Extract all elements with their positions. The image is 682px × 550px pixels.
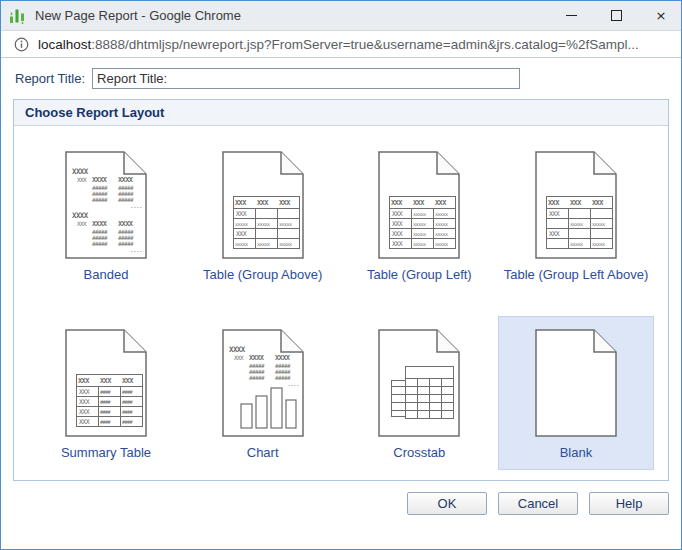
- svg-text:####: ####: [122, 409, 134, 415]
- svg-text:XXX: XXX: [100, 377, 112, 385]
- svg-text:XXX: XXX: [392, 230, 403, 238]
- svg-text:XXX: XXX: [592, 199, 604, 207]
- svg-text:XXX: XXX: [570, 199, 582, 207]
- banded-layout-icon: XXXXXXXXXXXXXXX#########################…: [58, 148, 154, 262]
- svg-text:XXX: XXX: [234, 354, 244, 361]
- svg-text:XXX: XXX: [392, 240, 403, 248]
- svg-text:XXXX: XXXX: [118, 176, 134, 184]
- url-path: :8888/dhtmljsp/newreport.jsp?FromServer=…: [91, 37, 638, 52]
- svg-text:####: ####: [100, 399, 112, 405]
- svg-text:#####: #####: [92, 240, 108, 247]
- svg-text:xxxxx: xxxxx: [235, 241, 248, 247]
- svg-text:XXX: XXX: [77, 176, 87, 183]
- panel-title: Choose Report Layout: [14, 100, 668, 126]
- help-button[interactable]: Help: [589, 492, 669, 515]
- svg-text:XXX: XXX: [79, 388, 90, 396]
- blank-layout-icon: [528, 326, 624, 440]
- layout-option-label: Banded: [84, 267, 129, 282]
- layout-option-label: Chart: [247, 445, 279, 460]
- cancel-button[interactable]: Cancel: [498, 492, 578, 515]
- table-group-left-layout-icon: XXXXXXXXXXXXxxxxxxxxxxXXXxxxxxxxxxxXXXxx…: [371, 148, 467, 262]
- svg-text:XXX: XXX: [235, 199, 247, 207]
- layout-option-blank[interactable]: Blank: [498, 316, 654, 470]
- table-group-above-layout-icon: XXXXXXXXXXXXxxxxxxxxxxxxxxxXXXxxxxxxxxxx…: [215, 148, 311, 262]
- svg-text:XXXX: XXXX: [118, 220, 134, 228]
- chart-layout-icon: XXXXXXXXXXXXXXX#########################…: [215, 326, 311, 440]
- info-icon[interactable]: [14, 37, 29, 52]
- svg-text:....: ....: [130, 246, 142, 253]
- svg-text:#####: #####: [92, 196, 108, 203]
- layout-option-crosstab[interactable]: Crosstab: [341, 316, 497, 470]
- layout-option-chart[interactable]: XXXXXXXXXXXXXXX#########################…: [185, 316, 341, 470]
- chrome-popup-window: New Page Report - Google Chrome × localh…: [0, 0, 682, 550]
- svg-text:xxxxx: xxxxx: [413, 231, 426, 237]
- report-title-row: Report Title:: [15, 67, 667, 89]
- layout-option-label: Blank: [560, 445, 593, 460]
- svg-text:xxxxx: xxxxx: [279, 241, 292, 247]
- svg-text:XXX: XXX: [77, 220, 87, 227]
- svg-text:XXX: XXX: [548, 199, 560, 207]
- svg-text:xxxxx: xxxxx: [413, 221, 426, 227]
- choose-layout-panel: Choose Report Layout XXXXXXXXXXXXXXX####…: [13, 99, 669, 481]
- layout-option-label: Table (Group Left Above): [504, 267, 649, 282]
- svg-text:#####: #####: [249, 374, 265, 381]
- svg-text:xxxxx: xxxxx: [570, 241, 583, 247]
- svg-text:xxxxx: xxxxx: [435, 241, 448, 247]
- layout-option-table-group-above[interactable]: XXXXXXXXXXXXxxxxxxxxxxxxxxxXXXxxxxxxxxxx…: [185, 138, 341, 292]
- url-host: localhost: [38, 37, 91, 52]
- svg-text:XXX: XXX: [392, 220, 403, 228]
- ok-button[interactable]: OK: [407, 492, 487, 515]
- svg-text:XXX: XXX: [79, 408, 90, 416]
- svg-text:xxxxx: xxxxx: [279, 221, 292, 227]
- svg-text:XXX: XXX: [392, 210, 403, 218]
- svg-text:XXX: XXX: [122, 377, 134, 385]
- svg-text:####: ####: [122, 399, 134, 405]
- maximize-icon[interactable]: [609, 9, 623, 23]
- svg-text:XXX: XXX: [236, 230, 247, 238]
- svg-text:xxxxx: xxxxx: [570, 221, 583, 227]
- svg-text:####: ####: [100, 419, 112, 425]
- svg-text:XXX: XXX: [79, 418, 90, 426]
- report-title-label: Report Title:: [15, 71, 85, 86]
- layout-option-label: Summary Table: [61, 445, 151, 460]
- svg-text:XXX: XXX: [279, 199, 291, 207]
- layout-option-banded[interactable]: XXXXXXXXXXXXXXX#########################…: [28, 138, 184, 292]
- svg-text:....: ....: [130, 202, 142, 209]
- svg-text:xxxxx: xxxxx: [257, 221, 270, 227]
- layout-option-summary-table[interactable]: XXXXXXXXXXXX########XXX########XXX######…: [28, 316, 184, 470]
- svg-text:xxxxx: xxxxx: [592, 241, 605, 247]
- svg-text:XXXX: XXXX: [249, 354, 265, 362]
- close-icon[interactable]: ×: [654, 9, 668, 23]
- svg-text:XXXX: XXXX: [72, 167, 89, 176]
- svg-text:XXXX: XXXX: [229, 345, 246, 354]
- svg-text:xxxxx: xxxxx: [235, 221, 248, 227]
- window-title: New Page Report - Google Chrome: [35, 8, 564, 23]
- svg-text:XXX: XXX: [391, 199, 403, 207]
- svg-text:XXXX: XXXX: [275, 354, 291, 362]
- minimize-icon[interactable]: [564, 9, 578, 23]
- layout-option-label: Crosstab: [393, 445, 445, 460]
- svg-text:XXX: XXX: [549, 230, 560, 238]
- report-title-input[interactable]: [92, 68, 520, 89]
- svg-text:XXX: XXX: [78, 377, 90, 385]
- address-bar[interactable]: localhost:8888/dhtmljsp/newreport.jsp?Fr…: [1, 31, 681, 58]
- table-group-left-above-layout-icon: XXXXXXXXXXXXxxxxxxxxxxXXXxxxxxxxxxx: [528, 148, 624, 262]
- svg-text:XXX: XXX: [413, 199, 425, 207]
- layout-grid: XXXXXXXXXXXXXXX#########################…: [14, 126, 668, 480]
- page-url: localhost:8888/dhtmljsp/newreport.jsp?Fr…: [38, 37, 639, 52]
- dialog-footer: OK Cancel Help: [1, 492, 669, 515]
- layout-option-label: Table (Group Above): [203, 267, 322, 282]
- svg-text:XXXX: XXXX: [92, 220, 108, 228]
- svg-text:XXX: XXX: [236, 210, 247, 218]
- crosstab-layout-icon: [371, 326, 467, 440]
- svg-text:xxxxx: xxxxx: [435, 221, 448, 227]
- svg-text:####: ####: [100, 409, 112, 415]
- svg-text:####: ####: [122, 419, 134, 425]
- svg-text:xxxxx: xxxxx: [413, 241, 426, 247]
- svg-text:xxxxx: xxxxx: [592, 221, 605, 227]
- layout-option-table-group-left-above[interactable]: XXXXXXXXXXXXxxxxxxxxxxXXXxxxxxxxxxxTable…: [498, 138, 654, 292]
- app-logo-icon: [9, 8, 26, 24]
- svg-text:xxxxx: xxxxx: [435, 231, 448, 237]
- layout-option-table-group-left[interactable]: XXXXXXXXXXXXxxxxxxxxxxXXXxxxxxxxxxxXXXxx…: [341, 138, 497, 292]
- svg-text:xxxxx: xxxxx: [413, 211, 426, 217]
